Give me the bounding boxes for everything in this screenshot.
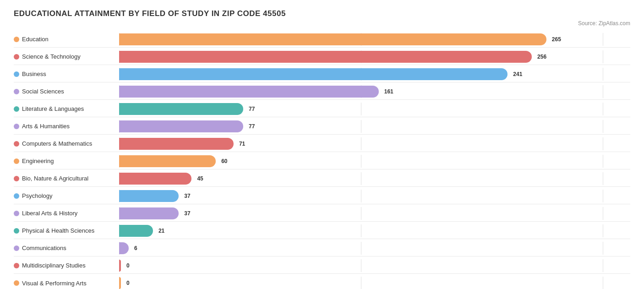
category-label: Physical & Health Sciences	[14, 227, 119, 234]
bar-row: Psychology37	[14, 188, 630, 204]
bar-dot	[14, 106, 19, 112]
bar-label-text: Business	[22, 71, 46, 77]
category-label: Arts & Humanities	[14, 123, 119, 130]
bar-label-text: Communications	[22, 245, 66, 251]
bar-value-label: 0	[123, 262, 133, 269]
bar-container: 265	[119, 33, 630, 46]
bar-dot	[14, 245, 19, 251]
bar-value-label: 45	[194, 175, 206, 182]
gridline	[361, 259, 361, 272]
bar-row: Communications6	[14, 240, 630, 256]
gridline	[603, 224, 603, 237]
gridline	[361, 172, 361, 185]
gridline	[603, 207, 603, 220]
gridline	[603, 172, 603, 185]
category-label: Computers & Mathematics	[14, 140, 119, 147]
bar-label-text: Physical & Health Sciences	[22, 227, 94, 234]
bar-container: 6	[119, 242, 630, 255]
gridline	[361, 120, 361, 133]
bar-row: Computers & Mathematics71	[14, 136, 630, 152]
bar-dot	[14, 89, 19, 94]
bar-container: 37	[119, 207, 630, 220]
bar-dot	[14, 263, 19, 268]
gridline	[361, 242, 361, 255]
bar-value-label: 60	[218, 158, 230, 165]
gridline	[603, 68, 603, 81]
bar-fill: 256	[119, 51, 532, 63]
bar-label-text: Social Sciences	[22, 88, 64, 95]
bar-fill: 45	[119, 173, 191, 185]
bar-dot	[14, 280, 19, 286]
bar-dot	[14, 37, 19, 42]
bar-container: 37	[119, 190, 630, 202]
bar-row: Multidisciplinary Studies0	[14, 257, 630, 274]
category-label: Communications	[14, 245, 119, 251]
gridline	[603, 137, 603, 150]
bar-value-label: 21	[155, 227, 168, 234]
bar-dot	[14, 158, 19, 164]
bar-container: 0	[119, 277, 630, 289]
bar-label-text: Literature & Languages	[22, 105, 84, 112]
bar-value-label: 37	[181, 192, 193, 200]
bar-container: 60	[119, 155, 630, 168]
gridline	[361, 207, 361, 220]
gridline	[603, 85, 603, 98]
bar-container: 161	[119, 85, 630, 98]
bar-dot	[14, 176, 19, 181]
bar-container: 77	[119, 120, 630, 133]
bar-fill: 37	[119, 207, 179, 219]
gridline	[603, 277, 603, 289]
bar-fill: 0	[119, 260, 121, 272]
gridline	[603, 33, 603, 46]
bar-fill: 77	[119, 120, 243, 132]
bar-value-label: 6	[131, 245, 141, 252]
gridline	[361, 137, 361, 150]
bar-fill: 161	[119, 86, 379, 98]
gridline	[361, 190, 361, 202]
bar-row: Visual & Performing Arts0	[14, 275, 630, 289]
gridline	[603, 242, 603, 255]
bar-label-text: Multidisciplinary Studies	[22, 262, 86, 269]
gridline	[603, 50, 603, 63]
bar-label-text: Education	[22, 36, 49, 43]
bar-value-label: 241	[510, 71, 525, 78]
bar-fill: 77	[119, 103, 243, 115]
bar-value-label: 265	[549, 36, 564, 43]
category-label: Visual & Performing Arts	[14, 280, 119, 287]
bar-container: 241	[119, 68, 630, 81]
bar-fill: 60	[119, 155, 216, 167]
bar-fill: 37	[119, 190, 179, 202]
bar-container: 71	[119, 137, 630, 150]
bar-label-text: Visual & Performing Arts	[22, 280, 87, 287]
gridline	[361, 155, 361, 168]
gridline	[603, 259, 603, 272]
bar-label-text: Bio, Nature & Agricultural	[22, 175, 88, 182]
bar-value-label: 37	[181, 210, 193, 217]
bar-value-label: 71	[236, 140, 248, 147]
bar-dot	[14, 54, 19, 60]
bar-row: Bio, Nature & Agricultural45	[14, 170, 630, 187]
gridline	[603, 103, 603, 115]
category-label: Science & Technology	[14, 53, 119, 60]
bar-fill: 21	[119, 225, 153, 237]
bar-label-text: Engineering	[22, 158, 54, 164]
bar-fill: 0	[119, 277, 121, 289]
bar-value-label: 161	[381, 88, 397, 95]
category-label: Education	[14, 36, 119, 43]
bar-row: Literature & Languages77	[14, 101, 630, 117]
bar-row: Business241	[14, 66, 630, 82]
bars-wrapper: Education265Science & Technology256Busin…	[14, 31, 630, 289]
category-label: Business	[14, 71, 119, 77]
bar-row: Engineering60	[14, 153, 630, 169]
bar-label-text: Arts & Humanities	[22, 123, 70, 130]
bar-row: Physical & Health Sciences21	[14, 223, 630, 239]
bar-row: Education265	[14, 31, 630, 48]
gridline	[361, 103, 361, 115]
bar-container: 0	[119, 259, 630, 272]
gridline	[603, 120, 603, 133]
bar-label-text: Liberal Arts & History	[22, 210, 77, 217]
bar-row: Science & Technology256	[14, 49, 630, 65]
bar-fill: 6	[119, 242, 129, 254]
category-label: Social Sciences	[14, 88, 119, 95]
bar-fill: 241	[119, 68, 508, 80]
